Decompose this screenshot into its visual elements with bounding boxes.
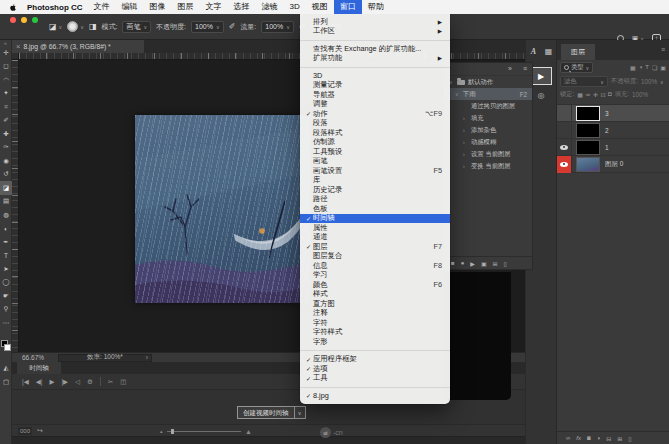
fill-value[interactable]: 100% (632, 91, 648, 98)
type-tool[interactable]: T (0, 249, 12, 263)
dodge-tool[interactable]: ◐ (0, 222, 12, 236)
window-menu-item[interactable]: 字符 (300, 318, 450, 328)
brush-tool[interactable]: ✑ (0, 141, 12, 155)
filter-smart-object-icon[interactable]: ▣ (660, 64, 666, 71)
gradient-tool[interactable]: ▤ (0, 195, 12, 209)
color-swatches[interactable] (1, 340, 12, 353)
clone-stamp-tool[interactable]: ◉ (0, 154, 12, 168)
action-row[interactable]: › 添加杂色 (444, 124, 532, 136)
move-tool[interactable]: ✛ (0, 46, 12, 60)
tool-preset-picker[interactable]: ◪ ∨ (49, 22, 62, 31)
layer-visibility-toggle[interactable] (557, 156, 572, 173)
timeline-settings-button[interactable]: ⚙ (87, 378, 93, 386)
new-group-button[interactable]: ⊟ (606, 435, 611, 442)
stop-recording-button[interactable]: ■ (451, 260, 455, 266)
window-menu-item[interactable]: ✓ 8.jpg (300, 391, 450, 401)
expand-icon[interactable]: ∨ (455, 91, 460, 97)
new-action-set-button[interactable]: ▣ (481, 260, 487, 267)
action-row[interactable]: › 动感模糊 (444, 136, 532, 148)
window-menu-item[interactable]: ✓ 动作 ⌥F9 (300, 109, 450, 119)
flow-select[interactable]: 100% ∨ (261, 21, 294, 33)
menubar-item[interactable]: 视图 (306, 0, 334, 14)
crop-tool[interactable]: ⌗ (0, 100, 12, 114)
window-menu-item[interactable]: 仿制源 (300, 138, 450, 148)
window-menu-item[interactable]: 字符样式 (300, 328, 450, 338)
quick-selection-tool[interactable]: ✦ (0, 87, 12, 101)
delete-action-button[interactable]: ▯ (504, 260, 507, 267)
window-menu-item[interactable]: 画笔 (300, 157, 450, 167)
eraser-tool[interactable]: ◪ (0, 181, 12, 195)
close-window-button[interactable] (10, 17, 16, 23)
layer-thumbnail[interactable] (577, 107, 599, 120)
window-menu-item[interactable]: ✓ 工具 (300, 374, 450, 384)
layer-thumbnail[interactable] (577, 124, 599, 137)
zoom-window-button[interactable] (32, 17, 38, 23)
2[interactable]: 2 (557, 122, 669, 139)
create-video-timeline-button[interactable]: 创建视频时间轴 ∨ (237, 406, 306, 419)
zoom-level[interactable]: 66.67% (22, 354, 58, 361)
window-menu-item[interactable]: 通道 (300, 233, 450, 243)
filter-adjustment-icon[interactable]: ◑ (639, 64, 643, 71)
eyedropper-tool[interactable]: ✐ (0, 114, 12, 128)
brush-preset-picker[interactable]: ∨ (67, 21, 84, 32)
window-menu-item[interactable] (300, 350, 450, 351)
tab-layers[interactable]: 图层 (561, 44, 595, 60)
document-tab[interactable]: × 8.jpg @ 66.7% (3, RGB/8#) * (12, 40, 144, 53)
new-action-button[interactable]: ⊞ (493, 260, 498, 267)
brush-settings-panel-toggle[interactable]: ◨ (89, 22, 97, 31)
window-menu-item[interactable]: 工具预设 (300, 147, 450, 157)
zoom-slider-thumb[interactable] (171, 429, 174, 434)
window-menu-item[interactable]: ✓ 选项 (300, 364, 450, 374)
layer-visibility-toggle[interactable] (557, 122, 572, 139)
window-menu-item[interactable]: 样式 (300, 290, 450, 300)
chevron-down-icon[interactable]: ∨ (295, 406, 306, 419)
menubar-item[interactable]: 帮助 (362, 0, 390, 14)
lasso-tool[interactable]: ◠ (0, 73, 12, 87)
expand-icon[interactable]: › (463, 127, 468, 133)
lock-all-icon[interactable]: ◘ (608, 91, 612, 98)
lock-artboard-icon[interactable]: ⊡ (601, 91, 606, 98)
layer-filter-select[interactable]: 类型 ∨ (560, 62, 593, 73)
menubar-item[interactable]: 图像 (144, 0, 172, 14)
window-menu-item[interactable]: 查找有关 Exchange 的扩展功能... (300, 44, 450, 54)
expand-icon[interactable]: › (463, 115, 468, 121)
new-layer-button[interactable]: ⊞ (617, 435, 622, 442)
window-menu-item[interactable]: ✓ 应用程序框架 (300, 355, 450, 365)
window-menu-item[interactable]: 颜色 F6 (300, 280, 450, 290)
menubar-item[interactable]: 选择 (228, 0, 256, 14)
play-button[interactable]: ▶ (49, 378, 54, 386)
window-menu-item[interactable]: 学习 (300, 271, 450, 281)
lock-pixels-icon[interactable]: ✑ (586, 91, 591, 98)
window-menu-item[interactable]: 段落样式 (300, 128, 450, 138)
action-row[interactable]: ∨ 下雨 F2 (444, 88, 532, 100)
window-menu-item[interactable]: 直方图 (300, 299, 450, 309)
filter-shape-icon[interactable]: ❏ (652, 64, 657, 71)
window-menu-item[interactable]: 段落 (300, 119, 450, 129)
menubar-item[interactable]: 编辑 (116, 0, 144, 14)
blend-mode-select[interactable]: 滤色 ∨ (560, 76, 608, 87)
menubar-item[interactable]: 文件 (88, 0, 116, 14)
window-menu-item[interactable]: 字形 (300, 337, 450, 347)
window-menu-item[interactable] (300, 40, 450, 41)
window-menu-item[interactable]: ✓ 图层 F7 (300, 242, 450, 252)
link-layers-button[interactable]: ∞ (566, 435, 570, 441)
hand-tool[interactable]: ☛ (0, 289, 12, 303)
menubar-item[interactable]: 3D (284, 0, 306, 14)
pressure-opacity-icon[interactable]: ✐ (229, 22, 236, 31)
window-menu-item[interactable]: ✓ 时间轴 (300, 214, 450, 224)
mode-select[interactable]: 画笔 ∨ (122, 21, 151, 33)
window-menu-item[interactable]: 库 (300, 176, 450, 186)
expand-icon[interactable]: › (463, 163, 468, 169)
panel-menu-icon[interactable]: ≡ (661, 46, 665, 53)
mute-audio-button[interactable]: ◁ (75, 378, 80, 386)
play-action-button[interactable]: ▶ (470, 260, 475, 267)
path-selection-tool[interactable]: ➤ (0, 262, 12, 276)
zoom-in-icon[interactable]: ▲ (245, 428, 252, 435)
window-menu-item[interactable]: 信息 F8 (300, 261, 450, 271)
window-menu-item[interactable]: 图层复合 (300, 252, 450, 262)
prev-frame-button[interactable]: ◀| (36, 378, 43, 386)
layer-effects-button[interactable]: fx (576, 435, 581, 441)
status-menu-icon[interactable]: › (146, 354, 148, 361)
character-styles-panel-icon[interactable]: A (527, 45, 540, 58)
transport-button[interactable] (100, 377, 101, 386)
